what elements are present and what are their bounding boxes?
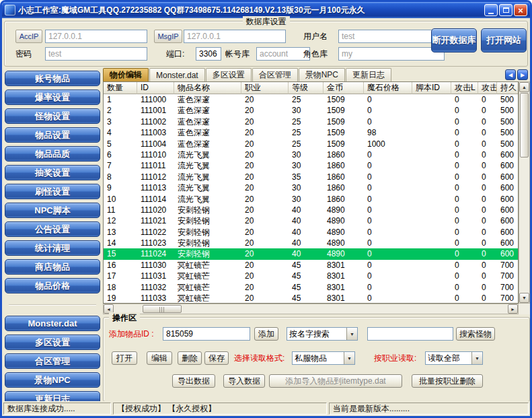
sidebar-item-11[interactable]: 商店物品 (5, 259, 100, 275)
edit-button[interactable]: 编辑 (147, 351, 172, 365)
scroll-up-button[interactable]: ▲ (519, 82, 529, 92)
tab-6[interactable]: 更新日志 (346, 68, 391, 81)
table-cell: 0 (451, 139, 478, 149)
open-website-button[interactable]: 打开网站 (481, 28, 527, 53)
column-header-7[interactable]: 魔石价格 (364, 82, 412, 94)
table-row[interactable]: 18111032冥虹镜芒20458301000700 (104, 282, 518, 293)
search-monster-button[interactable]: 搜索怪物 (456, 327, 495, 341)
search-by-name-dropdown[interactable]: 按名字搜索 ▼ (287, 327, 358, 341)
table-row[interactable]: 4111003蓝色深邃202515099800500 (104, 127, 518, 138)
horizontal-scroll-thumb[interactable] (143, 305, 182, 313)
export-data-button[interactable]: 导出数据 (172, 374, 215, 388)
sidebar-item-12[interactable]: 物品价格 (5, 278, 100, 293)
tab-2[interactable]: Monster.dat (149, 68, 205, 81)
table-row[interactable]: 16111030冥虹镜芒20458301000700 (104, 260, 518, 271)
table-row[interactable]: 14111023安刺轻钢20404890000600 (104, 238, 518, 248)
save-button[interactable]: 保存 (204, 351, 229, 365)
table-row[interactable]: 19111033冥虹镜芒20458301000700 (104, 293, 518, 304)
open-button[interactable]: 打开 (112, 351, 137, 365)
sidebar-item-10[interactable]: 统计清理 (5, 240, 100, 256)
import-data-button[interactable]: 导入数据 (223, 374, 265, 388)
table-horizontal-scrollbar[interactable]: ◄ ► (103, 304, 519, 314)
sidebar-item-9[interactable]: 公告设置 (5, 221, 100, 237)
monster-search-input[interactable] (367, 327, 453, 341)
minimize-button[interactable] (484, 4, 498, 16)
sidebar-item-extra-3[interactable]: 合区管理 (5, 353, 100, 369)
table-row[interactable]: 11111020安刺轻钢20404890000600 (104, 205, 518, 215)
add-item-id-input[interactable] (163, 327, 250, 341)
column-header-5[interactable]: 等级 (289, 82, 324, 94)
table-row[interactable]: 3111002蓝色深邃20251509000500 (104, 116, 518, 127)
sidebar-item-extra-2[interactable]: 多区设置 (5, 335, 100, 350)
delete-button[interactable]: 删除 (178, 351, 202, 365)
sidebar-item-4[interactable]: 物品设置 (5, 127, 100, 143)
column-header-11[interactable]: 持久 (497, 82, 519, 94)
sidebar-item-3[interactable]: 怪物设置 (5, 108, 100, 124)
sidebar-item-2[interactable]: 爆率设置 (5, 90, 100, 105)
table-vertical-scrollbar[interactable]: ▲ ▼ (519, 81, 530, 304)
table-row[interactable]: 5111004蓝色深邃20251509100000500 (104, 139, 518, 149)
read-by-class-dropdown[interactable]: 读取全部 ▼ (425, 351, 483, 365)
table-row[interactable]: 2111001蓝色深邃20301509000500 (104, 105, 518, 116)
role-db-input[interactable] (338, 47, 445, 61)
add-import-to-itemtype-button[interactable]: 添加导入物品到itemtype.dat (269, 374, 402, 388)
scroll-right-button[interactable]: ► (508, 304, 518, 314)
tab-4[interactable]: 合区管理 (252, 68, 298, 81)
table-row[interactable]: 15111024安刺轻钢20404890000600 (104, 248, 518, 259)
dropdown-arrow-icon[interactable]: ▼ (344, 352, 354, 364)
column-header-1[interactable]: 数量 (104, 82, 137, 94)
port-input[interactable] (196, 47, 221, 61)
table-row[interactable]: 13111022安刺轻钢20404890000600 (104, 227, 518, 238)
password-input[interactable] (45, 47, 147, 61)
column-header-4[interactable]: 职业 (241, 82, 289, 94)
column-header-9[interactable]: 攻击L (451, 82, 478, 94)
tab-1[interactable]: 物价编辑 (103, 68, 149, 81)
table-cell: 35 (289, 172, 324, 182)
msgip-input[interactable] (184, 30, 286, 43)
sidebar-item-7[interactable]: 刷怪设置 (5, 184, 100, 199)
tab-3[interactable]: 多区设置 (206, 68, 252, 81)
tab-scroll-right-button[interactable]: ▶ (517, 69, 528, 80)
sidebar-item-extra-1[interactable]: Monster.dat (5, 316, 100, 331)
table-cell: 20 (241, 182, 289, 193)
close-button[interactable]: × (514, 4, 527, 16)
table-row[interactable]: 1111000蓝色深邃20251509000500 (104, 94, 518, 105)
table-cell: 20 (241, 282, 289, 293)
add-item-id-label: 添加物品ID : (109, 327, 154, 341)
sidebar-item-8[interactable]: NPC脚本 (5, 203, 100, 218)
table-row[interactable]: 17111031冥虹镜芒20458301000700 (104, 271, 518, 281)
table-row[interactable]: 6111010流光飞翼20301860000600 (104, 149, 518, 160)
column-header-3[interactable]: 物品名称 (174, 82, 241, 94)
table-cell: 600 (497, 215, 519, 226)
table-row[interactable]: 12111021安刺轻钢20404890000600 (104, 215, 518, 226)
read-format-dropdown[interactable]: 私服物品 ▼ (292, 351, 355, 365)
table-cell: 13 (104, 227, 137, 238)
table-cell (412, 293, 451, 304)
accip-input[interactable] (45, 30, 147, 43)
batch-delete-by-class-button[interactable]: 批量按职业删除 (412, 374, 483, 388)
column-header-2[interactable]: ID (137, 82, 174, 94)
table-row[interactable]: 10111014流光飞翼20301860000600 (104, 194, 518, 205)
sidebar-item-5[interactable]: 物品品质 (5, 146, 100, 162)
table-row[interactable]: 8111012流光飞翼20351860000600 (104, 172, 518, 182)
dropdown-arrow-icon[interactable]: ▼ (346, 328, 357, 340)
username-input[interactable] (338, 30, 445, 43)
disconnect-db-button[interactable]: 断开数据库 (431, 28, 477, 53)
column-header-10[interactable]: 攻击H (478, 82, 497, 94)
add-button[interactable]: 添加 (254, 327, 278, 341)
column-header-6[interactable]: 金币 (324, 82, 364, 94)
column-header-8[interactable]: 脚本ID (412, 82, 451, 94)
tab-5[interactable]: 景物NPC (299, 68, 345, 81)
table-row[interactable]: 7111011流光飞翼20301860000600 (104, 160, 518, 171)
scroll-down-button[interactable]: ▼ (519, 293, 529, 303)
vertical-scroll-thumb[interactable] (520, 93, 529, 158)
sidebar-item-extra-4[interactable]: 景物NPC (5, 372, 100, 388)
account-db-input[interactable] (256, 47, 310, 61)
dropdown-arrow-icon[interactable]: ▼ (471, 352, 482, 364)
maximize-button[interactable] (499, 4, 512, 16)
table-cell: 1860 (324, 149, 364, 160)
table-row[interactable]: 9111013流光飞翼20301860000600 (104, 182, 518, 193)
sidebar-item-1[interactable]: 账号物品 (5, 71, 100, 86)
sidebar-item-6[interactable]: 抽奖设置 (5, 165, 100, 180)
tab-scroll-left-button[interactable]: ◀ (505, 69, 516, 80)
